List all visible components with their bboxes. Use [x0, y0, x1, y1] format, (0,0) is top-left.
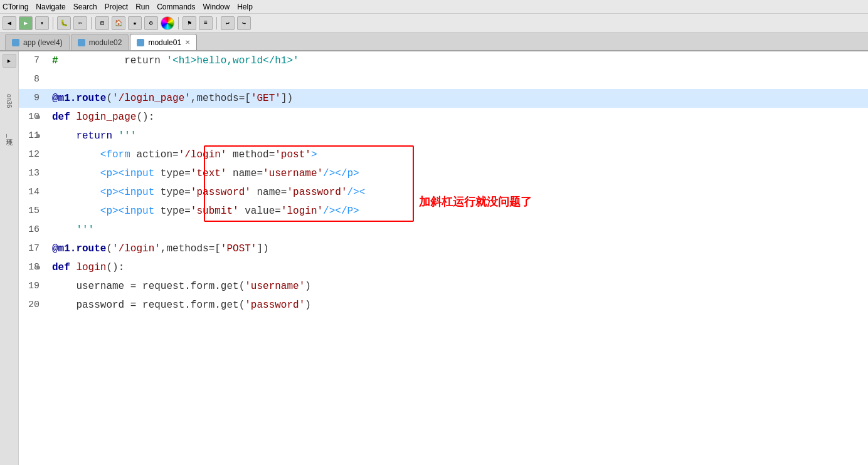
menubar: CToring Navigate Search Project Run Comm…	[0, 0, 868, 14]
line-number-14: 14	[19, 183, 47, 202]
code-line-11: 11 return '''	[19, 127, 868, 145]
toolbar-play-btn[interactable]: ▶	[19, 16, 33, 30]
line-number-16: 16	[19, 221, 47, 239]
line-number-19: 19	[19, 277, 47, 296]
line-number-8: 8	[19, 70, 47, 89]
toolbar-dropdown-btn[interactable]: ▾	[35, 16, 49, 30]
menu-run[interactable]: Run	[135, 3, 149, 11]
toolbar-gear-btn[interactable]: ⚙	[144, 16, 158, 30]
tab-app-level4[interactable]: app (level4)	[5, 34, 70, 50]
line-number-10: 10	[19, 108, 47, 127]
left-gutter: ▶ on36 环境_	[0, 51, 19, 465]
code-line-15: 15 <p><input type='submit' value='login'…	[19, 202, 868, 221]
code-line-14: 14 <p><input type='password' name='passw…	[19, 183, 868, 202]
tab-label-module02: module02	[89, 38, 122, 47]
toolbar-sep-1	[53, 17, 53, 29]
editor-wrapper: ▶ on36 环境_ 7# return '<h1>hello,world</h…	[0, 51, 868, 465]
line-number-17: 17	[19, 239, 47, 258]
toolbar-scissors-btn[interactable]: ✂	[73, 16, 87, 30]
code-line-18: 18def login():	[19, 258, 868, 277]
menu-window[interactable]: Window	[203, 3, 230, 11]
code-line-7: 7# return '<h1>hello,world</h1>'	[19, 51, 868, 70]
code-line-12: 12 <form action='/login' method='post'>	[19, 145, 868, 164]
toolbar-star-btn[interactable]: ★	[128, 16, 142, 30]
menu-commands[interactable]: Commands	[157, 3, 195, 11]
line-number-20: 20	[19, 296, 47, 315]
line-number-15: 15	[19, 202, 47, 221]
code-line-20: 20 password = request.form.get('password…	[19, 296, 868, 315]
tabbar: app (level4) module02 module01 ✕	[0, 33, 868, 51]
code-line-9: 9@m1.route('/login_page',methods=['GET']…	[19, 89, 868, 108]
line-content-13: <p><input type='text' name='username'/><…	[47, 164, 868, 183]
tab-module02[interactable]: module02	[71, 34, 129, 50]
menu-navigate[interactable]: Navigate	[36, 3, 65, 11]
line-number-11: 11	[19, 127, 47, 145]
toolbar-redo-btn[interactable]: ↪	[237, 16, 251, 30]
tab-close-module01[interactable]: ✕	[185, 39, 190, 46]
line-content-14: <p><input type='password' name='password…	[47, 183, 868, 202]
toolbar-back-btn[interactable]: ◀	[3, 16, 16, 30]
code-line-13: 13 <p><input type='text' name='username'…	[19, 164, 868, 183]
code-line-17: 17@m1.route('/login',methods=['POST'])	[19, 239, 868, 258]
line-number-7: 7	[19, 51, 47, 70]
line-content-11: return '''	[47, 127, 868, 145]
code-lines: 7# return '<h1>hello,world</h1>'89@m1.ro…	[19, 51, 868, 315]
line-content-19: username = request.form.get('username')	[47, 277, 868, 296]
toolbar-color-btn[interactable]	[161, 16, 174, 30]
menu-help[interactable]: Help	[237, 3, 253, 11]
line-content-20: password = request.form.get('password')	[47, 296, 868, 315]
toolbar-debug-btn[interactable]: 🐛	[57, 16, 71, 30]
toolbar-sep-2	[91, 17, 92, 29]
tab-icon-app	[12, 39, 19, 46]
menu-search[interactable]: Search	[73, 3, 97, 11]
line-content-18: def login():	[47, 258, 868, 277]
line-number-9: 9	[19, 89, 47, 108]
line-number-13: 13	[19, 164, 47, 183]
code-line-10: 10def login_page():	[19, 108, 868, 127]
code-line-8: 8	[19, 70, 868, 89]
code-area[interactable]: 7# return '<h1>hello,world</h1>'89@m1.ro…	[19, 51, 868, 465]
code-line-19: 19 username = request.form.get('username…	[19, 277, 868, 296]
toolbar-sep-3	[178, 17, 179, 29]
line-number-18: 18	[19, 258, 47, 277]
menu-project[interactable]: Project	[105, 3, 128, 11]
menu-ctoring[interactable]: CToring	[3, 3, 28, 11]
tab-icon-module01	[137, 39, 144, 46]
toolbar-sep-4	[216, 17, 217, 29]
line-content-16: '''	[47, 221, 868, 239]
line-number-12: 12	[19, 145, 47, 164]
toolbar-house-btn[interactable]: 🏠	[112, 16, 125, 30]
line-content-9: @m1.route('/login_page',methods=['GET'])	[47, 89, 868, 108]
tab-label-app: app (level4)	[23, 38, 63, 47]
tab-module01[interactable]: module01 ✕	[130, 34, 197, 50]
toolbar-bars-btn[interactable]: ≡	[199, 16, 213, 30]
code-line-16: 16 '''	[19, 221, 868, 239]
line-content-7: # return '<h1>hello,world</h1>'	[47, 51, 868, 70]
sidebar-label-on36: on36	[6, 94, 13, 108]
gutter-btn-1[interactable]: ▶	[3, 54, 16, 68]
tab-label-module01: module01	[148, 38, 181, 47]
toolbar-undo-btn[interactable]: ↩	[221, 16, 235, 30]
line-content-17: @m1.route('/login',methods=['POST'])	[47, 239, 868, 258]
toolbar-grid-btn[interactable]: ⊞	[95, 16, 109, 30]
toolbar-flag-btn[interactable]: ⚑	[183, 16, 196, 30]
sidebar-label-env: 环境_	[5, 134, 14, 138]
line-content-15: <p><input type='submit' value='login'/><…	[47, 202, 868, 221]
line-content-12: <form action='/login' method='post'>	[47, 145, 868, 164]
toolbar: ◀ ▶ ▾ 🐛 ✂ ⊞ 🏠 ★ ⚙ ⚑ ≡ ↩ ↪	[0, 14, 868, 33]
line-content-10: def login_page():	[47, 108, 868, 127]
tab-icon-module02	[78, 39, 85, 46]
